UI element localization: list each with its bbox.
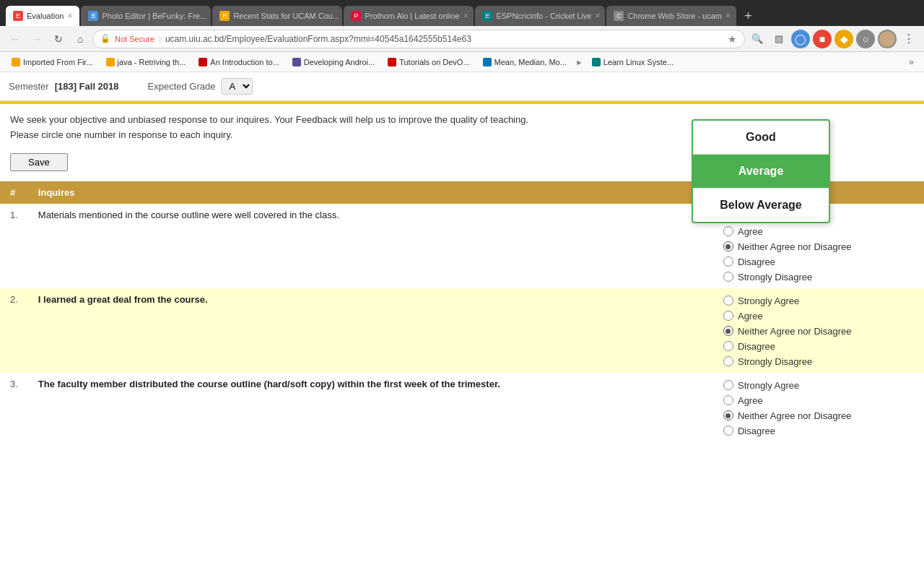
tab-favicon-stats: R — [219, 11, 230, 21]
tab-befunky[interactable]: B Photo Editor | BeFunky: Fre... × — [81, 6, 211, 26]
radio-circle-2-a[interactable] — [723, 311, 733, 321]
tab-favicon-befunky: B — [88, 11, 98, 21]
search-button[interactable]: 🔍 — [748, 30, 767, 48]
radio-group-3: Strongly Agree Agree Neither Agree nor D… — [723, 379, 914, 436]
bookmark-mean[interactable]: Mean, Median, Mo... — [477, 56, 572, 68]
inquiry-text-2: I learned a great deal from the course. — [38, 294, 208, 305]
dropdown-item-below-average[interactable]: Below Average — [693, 189, 829, 222]
radio-circle-2-d[interactable] — [723, 341, 733, 351]
bookmark-java[interactable]: java - Retriving th... — [100, 56, 192, 68]
radio-circle-1-d[interactable] — [723, 256, 733, 267]
save-button[interactable]: Save — [10, 153, 68, 171]
radio-circle-2-sa[interactable] — [723, 296, 733, 306]
home-button[interactable]: ⌂ — [71, 30, 90, 48]
inquiry-text-1: Materials mentioned in the course outlin… — [38, 210, 339, 220]
radio-circle-2-sd[interactable] — [723, 356, 733, 366]
menu-button[interactable]: ⋮ — [899, 30, 918, 48]
radio-option-1-neither[interactable]: Neither Agree nor Disagree — [723, 241, 914, 252]
radio-circle-1-a[interactable] — [723, 226, 733, 236]
bookmarks-more-button[interactable]: » — [905, 56, 918, 69]
dropdown-item-good[interactable]: Good — [693, 121, 829, 155]
radio-circle-3-a[interactable] — [723, 395, 733, 405]
radio-option-2-strongly-agree[interactable]: Strongly Agree — [723, 296, 914, 306]
security-label: Not Secure — [115, 35, 154, 43]
tab-label-prothom: Prothom Alo | Latest online — [365, 12, 459, 20]
radio-label-2-sa: Strongly Agree — [738, 296, 799, 306]
tab-prothom[interactable]: P Prothom Alo | Latest online × — [344, 6, 474, 26]
radio-circle-2-n[interactable] — [723, 326, 733, 336]
radio-option-2-disagree[interactable]: Disagree — [723, 341, 914, 352]
radio-label-1-n: Neither Agree nor Disagree — [738, 241, 852, 252]
tab-favicon-espn: E — [482, 11, 492, 21]
tab-label-chrome: Chrome Web Store - ucam — [627, 12, 722, 20]
chrome-icon[interactable]: ◯ — [791, 30, 810, 48]
semester-section: Semester [183] Fall 2018 — [9, 81, 119, 92]
inquiry-row-2: 2. I learned a great deal from the cours… — [0, 288, 924, 373]
radio-option-1-strongly-disagree[interactable]: Strongly Disagree — [723, 272, 914, 282]
table-header-inquiries: Inquires — [28, 181, 713, 204]
extension3-icon[interactable]: ○ — [856, 30, 875, 48]
browser-chrome: E Evaluation × B Photo Editor | BeFunky:… — [0, 0, 924, 72]
semester-header: Semester [183] Fall 2018 Expected Grade … — [0, 72, 924, 101]
bookmark-android[interactable]: Developing Androi... — [287, 56, 380, 68]
bookmark-imported[interactable]: Imported From Fir... — [6, 56, 99, 68]
nav-bar: ← → ↻ ⌂ 🔓 Not Secure | ucam.uiu.ac.bd/Em… — [0, 26, 924, 52]
bookmark-intro[interactable]: An Introduction to... — [193, 56, 284, 68]
radio-option-1-disagree[interactable]: Disagree — [723, 256, 914, 267]
profile-avatar[interactable] — [878, 30, 897, 48]
expected-grade-select[interactable]: A B C — [221, 78, 253, 95]
nav-icons: 🔍 ▨ ◯ ■ ◆ ○ ⋮ — [748, 30, 918, 48]
bookmark-devops[interactable]: Tutorials on DevO... — [382, 56, 475, 68]
bookmarks-separator: ► — [574, 58, 585, 66]
reload-button[interactable]: ↻ — [49, 30, 68, 48]
tab-close-prothom[interactable]: × — [463, 11, 468, 21]
tab-label-stats: Recent Stats for UCAM Cou... — [233, 12, 339, 20]
bookmarks-bar: Imported From Fir... java - Retriving th… — [0, 52, 924, 72]
radio-group-2: Strongly Agree Agree Neither Agree nor D… — [723, 294, 914, 367]
tab-stats[interactable]: R Recent Stats for UCAM Cou... × — [212, 6, 342, 26]
back-button[interactable]: ← — [6, 30, 25, 48]
radio-circle-3-sa[interactable] — [723, 380, 733, 390]
bookmark-label-3: An Introduction to... — [210, 58, 279, 66]
radio-circle-3-d[interactable] — [723, 426, 733, 436]
radio-circle-1-sd[interactable] — [723, 272, 733, 282]
extension2-icon[interactable]: ◆ — [834, 30, 853, 48]
address-bar[interactable]: 🔓 Not Secure | ucam.uiu.ac.bd/Employee/E… — [92, 30, 745, 48]
tab-close-befunky[interactable]: × — [210, 11, 211, 21]
tab-espn[interactable]: E ESPNcricinfo - Cricket Live × — [475, 6, 605, 26]
radio-option-1-agree[interactable]: Agree — [723, 226, 914, 237]
dropdown-item-average[interactable]: Average — [693, 155, 829, 189]
grade-section: Expected Grade A B C — [148, 78, 253, 95]
inquiry-number-1: 1. — [0, 204, 28, 288]
radio-option-3-disagree[interactable]: Disagree — [723, 426, 914, 436]
radio-label-3-n: Neither Agree nor Disagree — [738, 410, 852, 421]
tab-close-espn[interactable]: × — [595, 11, 600, 21]
grade-dropdown: Good Average Below Average — [692, 119, 830, 223]
radio-option-3-strongly-agree[interactable]: Strongly Agree — [723, 380, 914, 391]
radio-option-3-neither[interactable]: Neither Agree nor Disagree — [723, 410, 914, 421]
tab-label-befunky: Photo Editor | BeFunky: Fre... — [102, 12, 206, 20]
bookmark-favicon-7 — [592, 58, 601, 66]
tab-chrome-webstore[interactable]: C Chrome Web Store - ucam × — [606, 6, 736, 26]
semester-label: Semester — [9, 81, 49, 92]
inquiry-text-cell-2: I learned a great deal from the course. — [28, 288, 713, 373]
radio-option-2-neither[interactable]: Neither Agree nor Disagree — [723, 326, 914, 337]
tab-evaluation[interactable]: E Evaluation × — [6, 6, 79, 26]
forward-button[interactable]: → — [27, 30, 46, 48]
address-separator: | — [159, 35, 161, 43]
radio-option-2-strongly-disagree[interactable]: Strongly Disagree — [723, 356, 914, 367]
extension1-icon[interactable]: ■ — [813, 30, 832, 48]
radio-label-2-n: Neither Agree nor Disagree — [738, 326, 852, 337]
new-tab-button[interactable]: + — [738, 6, 758, 26]
radio-label-3-a: Agree — [738, 395, 763, 406]
radio-circle-3-n[interactable] — [723, 410, 733, 420]
tab-close-chrome[interactable]: × — [725, 11, 731, 21]
inquiry-row-3: 3. The faculty member distributed the co… — [0, 373, 924, 442]
bookmark-star-icon[interactable]: ★ — [728, 33, 737, 45]
extensions-button[interactable]: ▨ — [770, 30, 788, 48]
radio-option-2-agree[interactable]: Agree — [723, 311, 914, 322]
bookmark-linux[interactable]: Learn Linux Syste... — [586, 56, 679, 68]
radio-circle-1-n[interactable] — [723, 241, 733, 251]
radio-option-3-agree[interactable]: Agree — [723, 395, 914, 406]
tab-close-eval[interactable]: × — [67, 11, 72, 21]
